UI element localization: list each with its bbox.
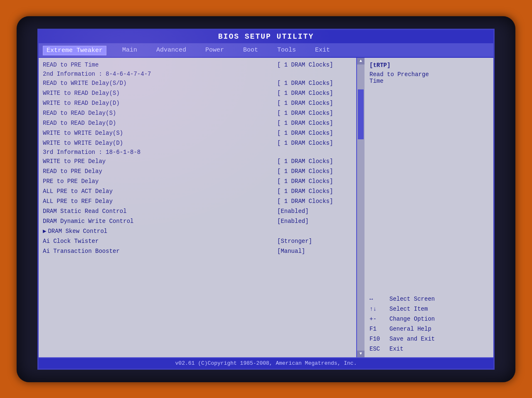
row-value-10: [ 1 DRAM Clocks] [277,158,352,165]
key-desc-5: Exit [389,346,404,352]
key-hint-1: ↑↓Select Item [369,306,488,312]
row-label-6: READ to READ Delay(D) [43,120,277,126]
key-desc-0: Select Screen [389,296,435,302]
row-value-16: [Enabled] [277,218,352,225]
row-value-8: [ 1 DRAM Clocks] [277,140,352,146]
key-desc-2: Change Option [389,316,435,322]
key-hint-5: ESCExit [369,346,488,352]
row-label-5: READ to READ Delay(S) [43,110,277,116]
row-label-7: WRITE to WRITE Delay(S) [43,130,277,136]
row-value-15: [Enabled] [277,208,352,215]
bios-row-15[interactable]: DRAM Static Read Control[Enabled] [39,206,356,216]
row-label-2: READ to WRITE Delay(S/D) [43,80,277,87]
row-value-4: [ 1 DRAM Clocks] [277,100,352,106]
key-desc-3: General Help [389,326,431,332]
monitor: BIOS SETUP UTILITY Extreme TweakerMainAd… [17,16,515,382]
row-label-13: ALL PRE to ACT Delay [43,188,277,195]
row-value-12: [ 1 DRAM Clocks] [277,178,352,185]
footer-text: v02.61 (C)Copyright 1985-2008, American … [175,360,357,366]
row-label-3: WRITE to READ Delay(S) [43,90,277,96]
info-row-9: 3rd Information : 18-6-1-8-8 [39,148,356,156]
side-panel: [tRTP]Read to Precharge Time↔Select Scre… [365,58,493,357]
bios-row-19[interactable]: Ai Transaction Booster[Manual] [39,246,356,256]
row-value-2: [ 1 DRAM Clocks] [277,80,352,87]
row-label-16: DRAM Dynamic Write Control [43,218,277,225]
scroll-up-arrow[interactable]: ▲ [357,58,365,64]
row-value-0: [ 1 DRAM Clocks] [277,62,352,68]
info-row-1: 2nd Information : 8-4-6-4-7-4-7 [39,70,356,78]
nav-item-boot[interactable]: Boot [240,46,261,55]
scroll-down-arrow[interactable]: ▼ [357,351,365,357]
title-bar: BIOS SETUP UTILITY [39,30,493,44]
row-value-7: [ 1 DRAM Clocks] [277,130,352,136]
bios-row-5[interactable]: READ to READ Delay(S)[ 1 DRAM Clocks] [39,108,356,118]
key-symbol-0: ↔ [369,296,386,302]
row-value-6: [ 1 DRAM Clocks] [277,120,352,126]
key-hint-2: +-Change Option [369,316,488,322]
key-symbol-5: ESC [369,346,386,352]
bios-row-10[interactable]: WRITE to PRE Delay[ 1 DRAM Clocks] [39,156,356,166]
nav-item-extreme-tweaker[interactable]: Extreme Tweaker [43,46,106,55]
submenu-label-17: ▶DRAM Skew Control [43,227,352,235]
row-value-11: [ 1 DRAM Clocks] [277,168,352,175]
key-symbol-4: F10 [369,336,386,342]
bios-title: BIOS SETUP UTILITY [218,32,314,41]
scrollbar: ▲ ▼ [357,58,365,357]
row-value-5: [ 1 DRAM Clocks] [277,110,352,116]
row-label-12: PRE to PRE Delay [43,178,277,185]
key-hint-0: ↔Select Screen [369,296,488,302]
nav-item-power[interactable]: Power [202,46,227,55]
key-symbol-1: ↑↓ [369,306,386,312]
bios-row-11[interactable]: READ to PRE Delay[ 1 DRAM Clocks] [39,166,356,176]
row-label-4: WRITE to READ Delay(D) [43,100,277,106]
footer-bar: v02.61 (C)Copyright 1985-2008, American … [39,357,493,368]
main-panel: READ to PRE Time[ 1 DRAM Clocks]2nd Info… [39,58,357,357]
bios-row-4[interactable]: WRITE to READ Delay(D)[ 1 DRAM Clocks] [39,98,356,108]
key-symbol-2: +- [369,316,386,322]
row-label-10: WRITE to PRE Delay [43,158,277,165]
nav-item-main[interactable]: Main [119,46,140,55]
bios-row-8[interactable]: WRITE to WRITE Delay(D)[ 1 DRAM Clocks] [39,138,356,148]
row-label-18: Ai Clock Twister [43,238,277,245]
nav-bar: Extreme TweakerMainAdvancedPowerBootTool… [39,44,493,58]
row-value-18: [Stronger] [277,238,352,245]
bios-row-12[interactable]: PRE to PRE Delay[ 1 DRAM Clocks] [39,176,356,186]
key-symbol-3: F1 [369,326,386,332]
content-area: READ to PRE Time[ 1 DRAM Clocks]2nd Info… [39,58,493,357]
nav-item-exit[interactable]: Exit [312,46,333,55]
scrollbar-track [357,64,365,351]
row-label-15: DRAM Static Read Control [43,208,277,215]
row-value-19: [Manual] [277,248,352,255]
key-hint-3: F1General Help [369,326,488,332]
row-value-3: [ 1 DRAM Clocks] [277,90,352,96]
bios-row-14[interactable]: ALL PRE to REF Delay[ 1 DRAM Clocks] [39,196,356,206]
bios-row-18[interactable]: Ai Clock Twister[Stronger] [39,236,356,246]
bios-row-6[interactable]: READ to READ Delay(D)[ 1 DRAM Clocks] [39,118,356,128]
row-value-13: [ 1 DRAM Clocks] [277,188,352,195]
key-desc-4: Save and Exit [389,336,435,342]
bios-row-3[interactable]: WRITE to READ Delay(S)[ 1 DRAM Clocks] [39,88,356,98]
screen: BIOS SETUP UTILITY Extreme TweakerMainAd… [37,29,495,370]
row-label-19: Ai Transaction Booster [43,248,277,255]
key-desc-1: Select Item [389,306,428,312]
row-value-14: [ 1 DRAM Clocks] [277,198,352,205]
row-label-14: ALL PRE to REF Delay [43,198,277,205]
bios-submenu-row-17[interactable]: ▶DRAM Skew Control [39,226,356,236]
scrollbar-thumb[interactable] [358,89,364,139]
row-label-0: READ to PRE Time [43,62,277,68]
side-desc-title: [tRTP] [369,62,488,69]
side-desc-text: Read to Precharge Time [369,71,488,84]
nav-item-tools[interactable]: Tools [274,46,299,55]
bios-row-13[interactable]: ALL PRE to ACT Delay[ 1 DRAM Clocks] [39,186,356,196]
key-hint-4: F10Save and Exit [369,336,488,342]
bios-row-16[interactable]: DRAM Dynamic Write Control[Enabled] [39,216,356,226]
bios-row-2[interactable]: READ to WRITE Delay(S/D)[ 1 DRAM Clocks] [39,78,356,88]
row-label-8: WRITE to WRITE Delay(D) [43,140,277,146]
bios-row-0[interactable]: READ to PRE Time[ 1 DRAM Clocks] [39,60,356,70]
bios-row-7[interactable]: WRITE to WRITE Delay(S)[ 1 DRAM Clocks] [39,128,356,138]
nav-item-advanced[interactable]: Advanced [153,46,190,55]
row-label-11: READ to PRE Delay [43,168,277,175]
